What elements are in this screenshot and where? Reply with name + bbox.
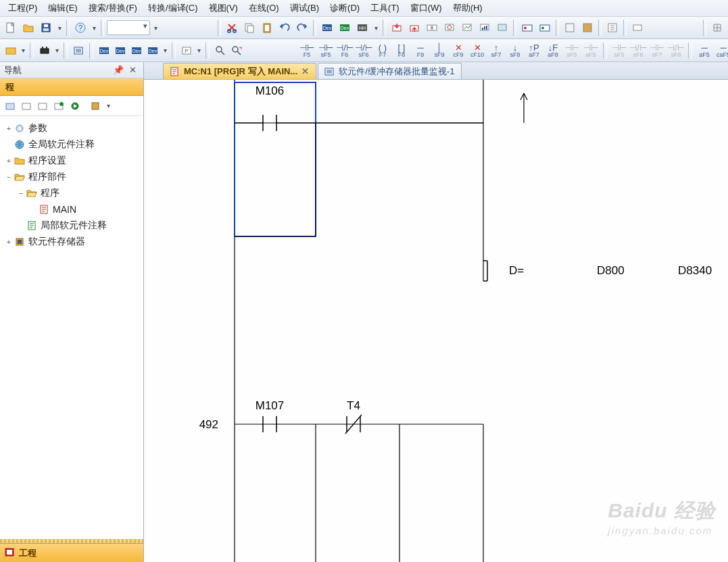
navtool-3[interactable] [35, 99, 50, 113]
key-f7[interactable]: ( )F7 [373, 41, 392, 60]
menu-online[interactable]: 在线(O) [243, 1, 285, 16]
key-saf5b[interactable]: ⊣⊢sF5 [610, 41, 629, 60]
ladder-canvas[interactable]: M106 D= D800 D8340 492 [144, 80, 728, 562]
menu-project[interactable]: 工程(P) [3, 1, 43, 16]
navtool-4[interactable] [51, 99, 66, 113]
nav-footer[interactable]: 工程 [0, 543, 143, 562]
new-button[interactable] [3, 20, 19, 36]
pin-icon[interactable]: 📌 [110, 65, 126, 75]
key-saf8[interactable]: ⊣/⊢sF8 [666, 41, 685, 60]
menu-debug[interactable]: 调试(B) [285, 1, 324, 16]
key-cf9[interactable]: ✕cF9 [449, 41, 468, 60]
menu-compile[interactable]: 转换/编译(C) [143, 1, 203, 16]
navtool-5[interactable] [68, 99, 82, 113]
key-af8[interactable]: ↓FaF8 [543, 41, 562, 60]
monitor4-button[interactable] [494, 20, 510, 36]
t2-btn2[interactable] [37, 43, 53, 59]
key-saf7[interactable]: ⊣⊢sF7 [648, 41, 666, 60]
tree-item-local-comment[interactable]: 局部软元件注释 [1, 218, 142, 234]
tree-item-program[interactable]: − 程序 [1, 185, 142, 201]
tool-c-button[interactable] [604, 20, 621, 36]
key-af5c[interactable]: ─aF5 [695, 41, 714, 60]
menu-tools[interactable]: 工具(T) [365, 1, 405, 16]
cut-button[interactable] [224, 20, 240, 36]
zoom-combo[interactable] [107, 20, 150, 35]
t2-btn1[interactable] [3, 43, 19, 59]
key-af5[interactable]: ⊣⊢aF5 [581, 41, 600, 60]
t2-dd2[interactable]: ▾ [53, 43, 61, 58]
hh-dropdown[interactable]: ▾ [372, 20, 380, 35]
key-f8[interactable]: [ ]F8 [392, 41, 411, 60]
copy-button[interactable] [241, 20, 258, 36]
tree-item-program-settings[interactable]: + 程序设置 [1, 153, 142, 169]
close-icon[interactable]: ✕ [126, 65, 139, 75]
tree-item-main[interactable]: MAIN [1, 201, 142, 218]
tool-a-button[interactable] [562, 20, 578, 36]
save-button[interactable] [38, 20, 54, 36]
dev1-button[interactable]: Dev [319, 20, 335, 36]
tool-b-button[interactable] [579, 20, 596, 36]
menu-diagnostics[interactable]: 诊断(D) [324, 1, 365, 16]
t2-dev3[interactable]: Dev [128, 43, 145, 59]
sim1-button[interactable] [519, 20, 535, 36]
key-f9[interactable]: ─F9 [411, 41, 430, 60]
redo-button[interactable] [294, 20, 310, 36]
t2-btn3[interactable] [70, 43, 87, 59]
menu-view[interactable]: 视图(V) [203, 1, 243, 16]
key-saf5[interactable]: ⊣⊢sF5 [562, 41, 581, 60]
key-sf6[interactable]: ⊣/⊢sF6 [354, 41, 373, 60]
tab-device-monitor[interactable]: 软元件/缓冲存储器批量监视-1 [318, 63, 462, 79]
key-sf9[interactable]: │sF9 [430, 41, 449, 60]
monitor3-button[interactable] [477, 20, 493, 36]
save-dropdown[interactable]: ▾ [55, 20, 64, 35]
t2-param[interactable]: P [178, 43, 195, 59]
undo-button[interactable] [276, 20, 293, 36]
key-caf5[interactable]: ─caF5 [714, 41, 728, 60]
hh-button[interactable]: HH [354, 20, 370, 36]
t2-dd1[interactable]: ▾ [19, 43, 27, 58]
tool-d-button[interactable] [629, 20, 646, 36]
tree-item-device-memory[interactable]: + 软元件存储器 [1, 234, 142, 250]
t2-dev2[interactable]: Dev [112, 43, 128, 59]
help-dropdown[interactable]: ▾ [90, 20, 98, 35]
open-button[interactable] [20, 20, 37, 36]
tool-right-button[interactable] [709, 20, 725, 36]
key-f6[interactable]: ⊣/⊢F6 [335, 41, 354, 60]
dev2-button[interactable]: Dev [337, 20, 353, 36]
verify-button[interactable] [424, 20, 440, 36]
menu-edit[interactable]: 编辑(E) [43, 1, 82, 16]
paste-button[interactable] [259, 20, 275, 36]
tree-item-program-parts[interactable]: − 程序部件 [1, 169, 142, 185]
key-saf6[interactable]: ⊣/⊢sF6 [629, 41, 648, 60]
t2-dev4[interactable]: Dev [145, 43, 161, 59]
navtool-2[interactable] [19, 99, 34, 113]
t2-find[interactable] [212, 43, 228, 59]
tab-main[interactable]: MC:N1 [PRG]R 写入 MAIN... ✕ [163, 63, 316, 79]
tree-item-global-comment[interactable]: 全局软元件注释 [1, 136, 142, 153]
t2-dd3[interactable]: ▾ [161, 43, 169, 58]
navtool-1[interactable] [3, 99, 18, 113]
navtool-dd[interactable]: ▾ [104, 99, 112, 113]
menu-window[interactable]: 窗口(W) [405, 1, 447, 16]
monitor1-button[interactable] [441, 20, 458, 36]
tree-item-params[interactable]: + 参数 [1, 120, 142, 136]
key-cf10[interactable]: ✕cF10 [468, 41, 487, 60]
monitor2-button[interactable] [459, 20, 475, 36]
key-sf8[interactable]: ↓sF8 [506, 41, 525, 60]
help-button[interactable]: ? [72, 20, 89, 36]
menu-help[interactable]: 帮助(H) [447, 1, 488, 16]
key-f5[interactable]: ⊣⊢F5 [297, 41, 316, 60]
t2-dd4[interactable]: ▾ [195, 43, 203, 58]
t2-find2[interactable] [228, 43, 245, 59]
write-plc-button[interactable] [389, 20, 405, 36]
tab-close-icon[interactable]: ✕ [301, 66, 309, 76]
key-af7[interactable]: ↑PaF7 [525, 41, 543, 60]
menu-search[interactable]: 搜索/替换(F) [83, 1, 143, 16]
t2-dev1[interactable]: Dev [96, 43, 112, 59]
combo-dropdown[interactable]: ▾ [151, 20, 160, 35]
navtool-6[interactable] [88, 99, 103, 113]
read-plc-button[interactable] [406, 20, 422, 36]
sim2-button[interactable] [537, 20, 553, 36]
key-sf7[interactable]: ↑sF7 [487, 41, 506, 60]
key-sf5[interactable]: ⊣⊢sF5 [316, 41, 335, 60]
